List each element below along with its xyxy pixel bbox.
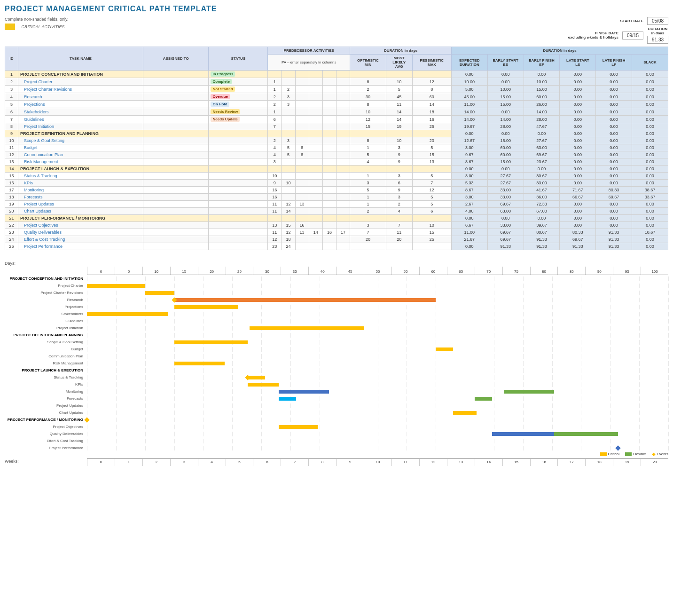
pred-cell: 17 [336,229,350,236]
ef-cell: 30.67 [524,173,560,180]
id-cell: 3 [5,86,18,93]
grid-line [320,305,320,309]
grid-line [145,389,146,394]
id-cell: 10 [5,137,18,144]
grid-line [378,347,378,352]
pred-cell: 1 [268,78,282,86]
pred-cell [336,166,350,173]
gantt-day-axis: 0510152025303540455055606570758085909510… [5,267,668,275]
grid-line [203,276,203,281]
gantt-row-label: Chart Updates [5,411,87,415]
assigned-cell [143,243,209,250]
ef-cell: 41.67 [524,187,560,194]
pred-cell [336,194,350,201]
grid-line [436,305,436,309]
es-cell: 14.00 [487,116,524,123]
pess-cell: 15 [412,151,451,158]
grid-line [174,326,175,331]
grid-line [436,276,436,281]
gantt-row-plot [87,354,668,359]
pred-cell [309,71,322,78]
grid-line [465,368,465,373]
gantt-row-label: PROJECT LAUNCH & EXECUTION [5,368,87,372]
grid-line [639,284,640,288]
ml-cell [386,215,412,222]
col-header-es: EARLY STARTES [487,55,524,71]
grid-line [87,340,87,345]
gantt-bar [174,298,436,302]
pred-cell [322,201,336,208]
grid-line [465,396,465,401]
grid-line [116,418,117,422]
grid-line [290,340,291,345]
day-tick: 100 [641,267,668,275]
grid-line [465,432,465,436]
grid-line [465,403,465,408]
grid-line [87,354,87,359]
grid-line [116,333,117,338]
exp-dur-cell: 12.67 [451,137,487,144]
ef-cell: 27.67 [524,137,560,144]
gantt-row: Budget [5,346,668,353]
pred-cell [282,166,295,173]
grid-line [581,411,581,415]
grid-line [203,312,203,316]
grid-line [320,382,320,387]
pred-cell: 24 [282,243,295,250]
day-tick: 40 [308,267,336,275]
grid-line [523,276,524,281]
grid-line [232,368,233,373]
gantt-row-plot [87,340,668,345]
lf-cell: 0.00 [596,144,632,151]
status-cell [209,215,268,222]
grid-line [116,368,117,373]
gantt-row-label: Communication Plan [5,354,87,358]
gantt-row: Project Objectives [5,423,668,430]
critical-legend-label: – CRITICAL ACTIVITIES [18,24,65,29]
opt-cell [350,243,386,250]
pess-cell: 14 [412,101,451,108]
exp-dur-cell: 0.00 [451,243,487,250]
start-date-value[interactable]: 05/08 [647,17,668,25]
grid-line [87,347,87,352]
es-cell: 33.00 [487,222,524,229]
gantt-row: Status & Tracking [5,374,668,381]
status-cell [209,236,268,243]
lf-cell: 0.00 [596,86,632,93]
grid-line [174,446,175,450]
es-cell: 0.00 [487,166,524,173]
pred-cell [322,243,336,250]
ef-cell: 0.00 [524,215,560,222]
grid-line [436,298,436,302]
grid-line [261,276,262,281]
gantt-row-plot [87,284,668,288]
gantt-days-label-row: Days: [5,261,668,266]
pred-cell [322,78,336,86]
duration-value[interactable]: 91.33 [647,36,668,44]
grid-line [261,446,262,450]
grid-line [320,361,320,366]
status-cell [209,144,268,151]
status-badge: Not Started [211,87,235,92]
pred-cell [295,101,309,108]
col-header-ef: EARLY FINISHEF [524,55,560,71]
grid-line [610,382,610,387]
day-tick: 10 [142,267,170,275]
finish-date-value[interactable]: 09/15 [622,32,643,39]
pred-cell [295,93,309,101]
table-row: 13 Risk Management 3 4 9 13 8.67 15.00 2… [5,158,668,166]
exp-dur-cell: 14.00 [451,116,487,123]
week-tick: 7 [281,459,308,466]
grid-line [87,425,87,429]
opt-cell [350,166,386,173]
grid-line [349,340,349,345]
gantt-row: Effort & Cost Tracking [5,437,668,444]
opt-cell: 3 [350,222,386,229]
grid-line [407,361,407,366]
grid-line [290,382,291,387]
pess-cell [412,215,451,222]
opt-cell: 8 [350,78,386,86]
grid-line [668,361,669,366]
opt-cell: 1 [350,201,386,208]
status-cell: On Hold [209,101,268,108]
